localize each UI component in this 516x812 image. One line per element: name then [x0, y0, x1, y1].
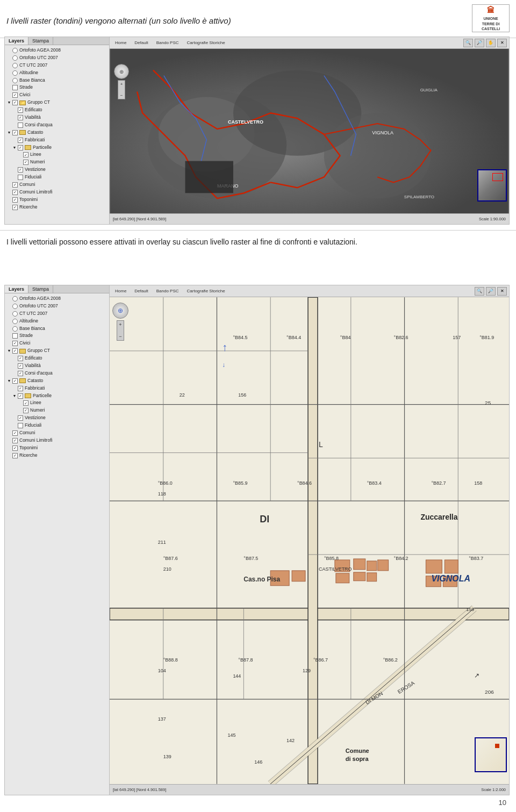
layer-check[interactable]: ✓: [12, 445, 18, 451]
close-btn-2[interactable]: ✕: [497, 287, 507, 296]
layer-check[interactable]: ✓: [12, 100, 18, 105]
radio-btn[interactable]: [12, 48, 18, 53]
layer-check[interactable]: ✓: [12, 430, 18, 436]
layer-check[interactable]: ✓: [18, 107, 23, 113]
radio-btn[interactable]: [12, 55, 18, 61]
zoom-slider[interactable]: + −: [118, 80, 125, 99]
svg-text:°B85.9: °B85.9: [233, 480, 247, 486]
layer-check[interactable]: ✓: [18, 356, 23, 361]
radio-btn[interactable]: [12, 296, 18, 301]
svg-rect-37: [336, 573, 349, 583]
layer-check[interactable]: ✓: [18, 138, 23, 143]
radio-btn[interactable]: [12, 304, 18, 309]
layer-check[interactable]: ✓: [12, 438, 18, 443]
layer-check[interactable]: ✓: [12, 341, 18, 346]
list-item: ✓ Civici: [7, 91, 107, 99]
layer-check[interactable]: ✓: [12, 453, 18, 458]
bando-psc-tab-2[interactable]: Bando PSC: [153, 288, 182, 294]
layer-check[interactable]: ✓: [18, 386, 23, 391]
layer-check[interactable]: ✓: [23, 408, 28, 413]
layer-label: Toponimi: [19, 445, 38, 451]
list-item: Ortofoto AGEA 2008: [7, 47, 107, 54]
coordinates-2: [lat 649.290] [Nord 4.901.589]: [113, 787, 166, 792]
compass-icon-2[interactable]: ⊕: [112, 303, 128, 319]
compass-icon[interactable]: ⊕: [114, 64, 129, 79]
print-tab-1[interactable]: Stampa: [28, 37, 53, 45]
cartografie-tab[interactable]: Cartografie Storiche: [184, 40, 228, 46]
layer-check[interactable]: ✓: [12, 205, 18, 210]
svg-text:Zuccarella: Zuccarella: [420, 513, 457, 521]
radio-btn[interactable]: [12, 78, 18, 83]
layer-check[interactable]: ✓: [12, 182, 18, 188]
svg-text:VIGNOLA: VIGNOLA: [431, 574, 470, 583]
expand-icon: [7, 56, 11, 60]
layer-check[interactable]: ✓: [23, 152, 28, 157]
layer-check[interactable]: ✓: [18, 371, 23, 376]
layer-label: Numeri: [30, 159, 45, 166]
layer-check[interactable]: ✓: [18, 115, 23, 120]
layer-panel-tabs-1: Layers Stampa: [5, 37, 109, 45]
layer-check[interactable]: [12, 85, 18, 90]
layer-check[interactable]: ✓: [12, 378, 18, 384]
layer-check[interactable]: ✓: [12, 197, 18, 203]
layer-panel-tabs-2: Layers Stampa: [5, 285, 109, 293]
cartografie-tab-2[interactable]: Cartografie Storiche: [184, 288, 228, 294]
close-btn[interactable]: ✕: [497, 39, 507, 47]
layer-check[interactable]: [18, 175, 23, 180]
layer-check[interactable]: [18, 423, 23, 428]
zoom-out-btn-2[interactable]: 🔎: [486, 287, 496, 296]
layer-label: Comuni Limitrofi: [19, 437, 52, 444]
folder-icon: 📁: [19, 100, 26, 105]
list-item: ▼ ✓ Catasto: [7, 129, 107, 136]
radio-btn[interactable]: [12, 326, 18, 332]
svg-rect-38: [354, 572, 366, 581]
coordinates-1: [lat 649.290] [Nord 4.901.589]: [113, 217, 166, 221]
zoom-in-btn[interactable]: 🔍: [463, 39, 473, 47]
layer-label: Fabbricati: [25, 137, 45, 143]
logo-line3: CASTELLI: [482, 26, 500, 31]
layer-check[interactable]: ✓: [12, 92, 18, 98]
list-item: ✓ Ricerche: [7, 452, 107, 459]
radio-btn[interactable]: [12, 311, 18, 317]
list-item: ✓ Viabilità: [7, 114, 107, 121]
layer-check[interactable]: ✓: [18, 167, 23, 173]
list-item: ✓ Civici: [7, 340, 107, 347]
screenshot-panel-1: Layers Stampa Ortofoto AGEA 2008 Ortofot…: [4, 37, 510, 225]
layer-check[interactable]: ✓: [18, 145, 23, 150]
layers-tab-1[interactable]: Layers: [5, 37, 28, 45]
layer-check[interactable]: ✓: [18, 393, 23, 399]
layer-check[interactable]: ✓: [23, 400, 28, 406]
svg-rect-10: [185, 161, 233, 193]
layer-check[interactable]: ✓: [18, 363, 23, 369]
default-tab[interactable]: Default: [131, 40, 151, 46]
layer-check[interactable]: [12, 333, 18, 339]
heading1: I livelli raster (tondini) vengono alter…: [6, 16, 231, 25]
layer-label: Fiduciali: [25, 422, 41, 429]
zoom-in-btn-2[interactable]: 🔍: [475, 287, 484, 296]
home-tab[interactable]: Home: [112, 40, 130, 46]
bando-psc-tab[interactable]: Bando PSC: [153, 40, 182, 46]
layers-tab-2[interactable]: Layers: [5, 285, 28, 293]
layer-check[interactable]: ✓: [12, 130, 18, 135]
layer-check[interactable]: [18, 123, 23, 128]
list-item: ✓ Toponimi: [7, 196, 107, 204]
layer-check[interactable]: ✓: [12, 190, 18, 195]
radio-btn[interactable]: [12, 319, 18, 324]
svg-text:129: 129: [303, 668, 311, 673]
zoom-slider-2[interactable]: + −: [117, 320, 124, 341]
layer-label: Edificato: [25, 107, 42, 113]
svg-text:°B88.8: °B88.8: [163, 657, 178, 663]
layer-check[interactable]: ✓: [23, 160, 28, 165]
radio-btn[interactable]: [12, 63, 18, 68]
svg-text:°B84.2: °B84.2: [394, 556, 408, 561]
default-tab-2[interactable]: Default: [131, 288, 151, 294]
home-tab-2[interactable]: Home: [112, 288, 130, 294]
pan-btn[interactable]: ✋: [486, 39, 496, 47]
radio-btn[interactable]: [12, 70, 18, 76]
folder-icon: [19, 349, 26, 354]
layer-check[interactable]: ✓: [18, 415, 23, 421]
zoom-out-btn[interactable]: 🔎: [475, 39, 484, 47]
layer-check[interactable]: ✓: [12, 348, 18, 354]
layer-label: Corsi d'acqua: [25, 370, 53, 377]
print-tab-2[interactable]: Stampa: [28, 285, 53, 293]
